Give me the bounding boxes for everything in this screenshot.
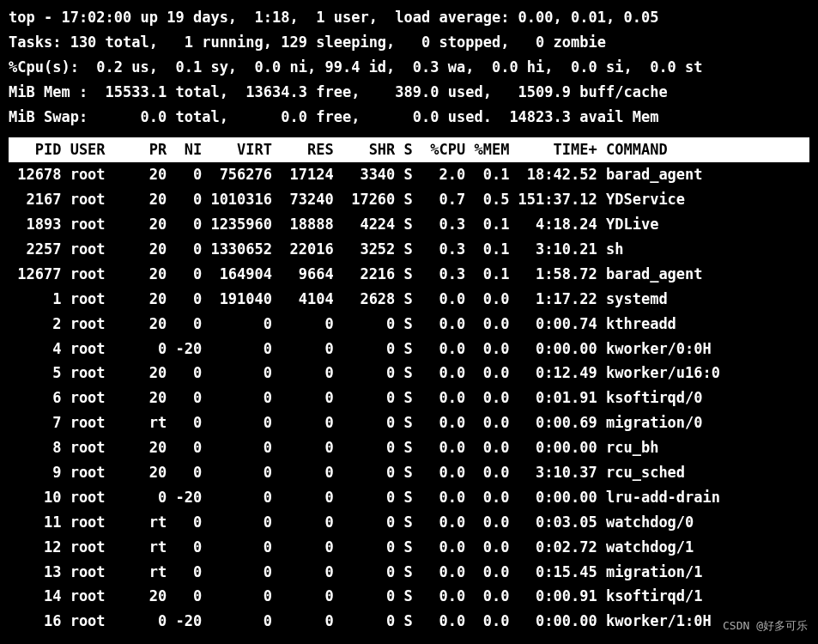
- process-row[interactable]: 12677 root 20 0 164904 9664 2216 S 0.3 0…: [9, 262, 809, 287]
- process-row[interactable]: 8 root 20 0 0 0 0 S 0.0 0.0 0:00.00 rcu_…: [9, 435, 809, 460]
- process-row[interactable]: 2 root 20 0 0 0 0 S 0.0 0.0 0:00.74 kthr…: [9, 312, 809, 337]
- summary-line-swap: MiB Swap: 0.0 total, 0.0 free, 0.0 used.…: [9, 108, 658, 125]
- process-row[interactable]: 2257 root 20 0 1330652 22016 3252 S 0.3 …: [9, 237, 809, 262]
- process-row[interactable]: 14 root 20 0 0 0 0 S 0.0 0.0 0:00.91 kso…: [9, 584, 809, 609]
- process-row[interactable]: 16 root 0 -20 0 0 0 S 0.0 0.0 0:00.00 kw…: [9, 609, 809, 634]
- terminal-window: { "summary": { "line1": "top - 17:02:00 …: [0, 0, 818, 639]
- summary-line-uptime: top - 17:02:00 up 19 days, 1:18, 1 user,…: [9, 9, 658, 26]
- process-row[interactable]: 1 root 20 0 191040 4104 2628 S 0.0 0.0 1…: [9, 287, 809, 312]
- watermark: CSDN @好多可乐: [723, 617, 808, 635]
- process-table: PID USER PR NI VIRT RES SHR S %CPU %MEM …: [9, 137, 809, 634]
- process-row[interactable]: 4 root 0 -20 0 0 0 S 0.0 0.0 0:00.00 kwo…: [9, 337, 809, 361]
- process-row[interactable]: 12 root rt 0 0 0 0 S 0.0 0.0 0:02.72 wat…: [9, 535, 809, 560]
- process-row[interactable]: 12678 root 20 0 756276 17124 3340 S 2.0 …: [9, 162, 809, 187]
- summary-line-cpu: %Cpu(s): 0.2 us, 0.1 sy, 0.0 ni, 99.4 id…: [9, 58, 703, 76]
- process-table-header: PID USER PR NI VIRT RES SHR S %CPU %MEM …: [9, 137, 809, 162]
- process-table-body: 12678 root 20 0 756276 17124 3340 S 2.0 …: [9, 162, 809, 634]
- summary-line-tasks: Tasks: 130 total, 1 running, 129 sleepin…: [9, 33, 606, 51]
- top-summary: top - 17:02:00 up 19 days, 1:18, 1 user,…: [9, 5, 809, 129]
- process-row[interactable]: 13 root rt 0 0 0 0 S 0.0 0.0 0:15.45 mig…: [9, 560, 809, 585]
- process-row[interactable]: 9 root 20 0 0 0 0 S 0.0 0.0 3:10.37 rcu_…: [9, 460, 809, 485]
- process-row[interactable]: 1893 root 20 0 1235960 18888 4224 S 0.3 …: [9, 212, 809, 237]
- process-row[interactable]: 7 root rt 0 0 0 0 S 0.0 0.0 0:00.69 migr…: [9, 410, 809, 435]
- summary-line-mem: MiB Mem : 15533.1 total, 13634.3 free, 3…: [9, 83, 668, 100]
- process-row[interactable]: 5 root 20 0 0 0 0 S 0.0 0.0 0:12.49 kwor…: [9, 361, 809, 386]
- process-row[interactable]: 10 root 0 -20 0 0 0 S 0.0 0.0 0:00.00 lr…: [9, 485, 809, 510]
- process-row[interactable]: 2167 root 20 0 1010316 73240 17260 S 0.7…: [9, 187, 809, 212]
- process-row[interactable]: 11 root rt 0 0 0 0 S 0.0 0.0 0:03.05 wat…: [9, 510, 809, 535]
- process-row[interactable]: 6 root 20 0 0 0 0 S 0.0 0.0 0:01.91 ksof…: [9, 386, 809, 410]
